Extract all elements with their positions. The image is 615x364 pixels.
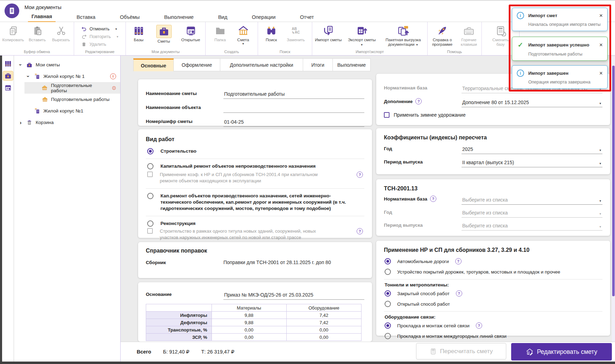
new-estimate-button[interactable]: Смета ▼ (232, 24, 255, 45)
nrsp-option-comm-intercity[interactable]: Прокладка и монтаж междугородных линий с… (384, 331, 602, 341)
export-estimate-button[interactable]: Экспорт сметы ▼ (344, 24, 379, 47)
tab-itogi[interactable]: Итоги (303, 58, 333, 71)
replace-button[interactable]: AB↳AC Заменить (282, 24, 309, 42)
checkbox-off-icon[interactable] (147, 228, 153, 234)
change-base-button[interactable]: Сменить базу (486, 24, 515, 47)
scrollbar-thumb[interactable] (612, 66, 615, 296)
nrsp-option-open-method[interactable]: Открытый способ работ (384, 299, 602, 309)
close-icon[interactable]: × (599, 13, 603, 19)
redo-button[interactable]: Повторить ▼ (81, 34, 119, 40)
tsn13-year-select[interactable]: Выберите из списка ▼ (462, 209, 602, 218)
chevron-right-icon[interactable]: › (18, 119, 23, 125)
export-caret-icon[interactable]: ▼ (360, 43, 363, 46)
work-type-suboption-new-title[interactable]: Строительство в рамках одного титула нов… (146, 227, 364, 244)
rail-estimates-button[interactable] (3, 71, 13, 81)
checkbox-off-icon[interactable] (147, 172, 153, 177)
copy-button[interactable]: Копировать (1, 24, 26, 42)
basis-input[interactable]: Приказ № МКЭ-ОД/25-26 от 25.03.2025 (223, 291, 364, 300)
help-icon[interactable]: ? (455, 258, 462, 264)
tab-dop-nastroyki[interactable]: Дополнительные настройки (220, 58, 303, 71)
menu-item-otchet[interactable]: Отчет (296, 11, 317, 23)
estimates-button[interactable]: Сметы (150, 24, 178, 44)
tsn13-base-select[interactable]: Выберите из списка ▼ (462, 196, 602, 205)
tree-item-estimate-2[interactable]: Подготовительные работы (14, 94, 120, 105)
radio-off-icon[interactable] (147, 193, 153, 199)
menu-item-obyomy[interactable]: Объёмы (116, 11, 143, 23)
checkbox-off-icon[interactable] (384, 112, 389, 118)
menu-item-vstavka[interactable]: Вставка (73, 11, 99, 23)
batch-caret-icon[interactable]: ▼ (416, 43, 419, 46)
radio-off-icon[interactable] (147, 163, 153, 169)
help-icon[interactable]: ? (476, 322, 482, 329)
rail-opened-button[interactable] (3, 83, 13, 93)
object-name-input[interactable] (223, 104, 364, 113)
new-folder-button[interactable]: Папка (209, 24, 232, 42)
nrsp-option-roads[interactable]: Автомобильные дороги ? (384, 256, 602, 267)
recalculate-button[interactable]: Пересчитать смету (416, 343, 506, 359)
work-type-option-reconstruction[interactable]: Реконструкция (146, 217, 364, 227)
year-select[interactable]: 2025 ▼ (462, 146, 602, 154)
menu-item-glavnaya[interactable]: Главная (28, 11, 56, 23)
tree-item-my-estimates[interactable]: › Мои сметы (14, 59, 120, 71)
undo-caret-icon[interactable]: ▼ (115, 28, 117, 31)
close-icon[interactable]: × (599, 42, 603, 48)
tree-item-object-1[interactable]: › Жилой корпус № 1 i (14, 71, 120, 82)
bases-button[interactable]: Базы (127, 24, 150, 42)
radio-on-icon[interactable] (385, 322, 391, 329)
tsn13-period-select[interactable]: Выберите из списка ▼ (462, 222, 602, 231)
help-icon[interactable]: ? (456, 290, 462, 297)
warning-info-icon[interactable]: i (110, 73, 116, 79)
help-icon[interactable]: ? (430, 196, 436, 202)
tab-osnovnye[interactable]: Основные (133, 58, 174, 71)
addition-select[interactable]: Дополнение 80 от 15.12.2025 ▼ (462, 99, 602, 107)
radio-off-icon[interactable] (385, 301, 391, 307)
nrsp-option-closed-method[interactable]: Закрытый способ работ ? (384, 288, 602, 299)
batch-export-button[interactable]: Пакетная выгрузка документации ▼ (379, 24, 427, 47)
close-icon[interactable]: × (599, 70, 603, 76)
paste-button[interactable]: Вставить (26, 24, 49, 42)
collection-value[interactable]: Поправки для ТСН-2001 от 28.11.2025 г. д… (223, 260, 364, 268)
edit-estimate-button[interactable]: Редактировать смету (511, 343, 612, 361)
work-type-option-capital-repair[interactable]: Капитальный ремонт объектов непроизводст… (146, 160, 364, 170)
help-icon[interactable]: ? (357, 172, 363, 178)
work-type-suboption-tsn4[interactable]: Применение коэф. к НР и СП для сборников… (146, 170, 364, 187)
nrsp-option-comm-networks[interactable]: Прокладка и монтаж сетей связи ? (384, 320, 602, 331)
radio-off-icon[interactable] (385, 269, 391, 275)
cut-button[interactable]: Вырезать (49, 24, 73, 42)
tab-oformlenie[interactable]: Оформление (174, 58, 220, 71)
undo-button[interactable]: Отменить ▼ (81, 26, 119, 32)
tree-item-object-2[interactable]: Жилой корпус №1 (14, 105, 120, 117)
radio-off-icon[interactable] (385, 333, 391, 339)
estimate-number-input[interactable]: 01-04-25 (223, 118, 364, 127)
chevron-down-icon[interactable]: › (18, 63, 24, 67)
help-icon[interactable]: ? (415, 98, 422, 104)
hotkeys-button[interactable]: Горячие клавиши (457, 24, 481, 47)
import-estimate-button[interactable]: Импорт сметы (312, 24, 344, 42)
rail-bases-button[interactable] (3, 59, 13, 68)
menu-item-vid[interactable]: Вид (215, 11, 231, 23)
menu-item-vypolnenie[interactable]: Выполнение (161, 11, 197, 23)
delete-button[interactable]: Удалить (81, 41, 119, 48)
radio-on-icon[interactable] (385, 258, 391, 264)
about-button[interactable]: Справка о программе (428, 24, 457, 47)
vertical-scrollbar[interactable] (612, 57, 615, 342)
chevron-down-icon[interactable]: › (26, 74, 31, 79)
radio-off-icon[interactable] (147, 220, 153, 227)
help-icon[interactable]: ? (357, 228, 363, 234)
work-type-option-construction[interactable]: Строительство (146, 145, 364, 158)
work-type-option-prod-repair[interactable]: Кап.ремонт объектов производственного на… (146, 189, 364, 216)
estimate-name-input[interactable]: Подготовительные работы (223, 90, 364, 99)
tree-item-estimate-1-selected[interactable]: Подготовительные работы (24, 82, 120, 94)
winter-checkbox-row[interactable]: Применить зимнее удорожание (384, 112, 602, 118)
redo-caret-icon[interactable]: ▼ (116, 35, 119, 38)
radio-on-icon[interactable] (385, 290, 391, 297)
search-button[interactable]: Поиск (260, 24, 282, 42)
period-select[interactable]: II квартал (выпуск 215) ▼ (462, 159, 602, 167)
tree-item-trash[interactable]: › Корзина (14, 117, 120, 128)
radio-on-icon[interactable] (147, 148, 153, 154)
menu-item-operacii[interactable]: Операции (248, 11, 279, 23)
new-estimate-caret-icon[interactable]: ▼ (242, 42, 245, 45)
opened-button[interactable]: Открытые (178, 24, 204, 42)
tab-vypolnenie[interactable]: Выполнение (333, 58, 371, 71)
nrsp-option-pavements[interactable]: Устройство покрытий дорожек, тротуаров, … (384, 267, 602, 277)
